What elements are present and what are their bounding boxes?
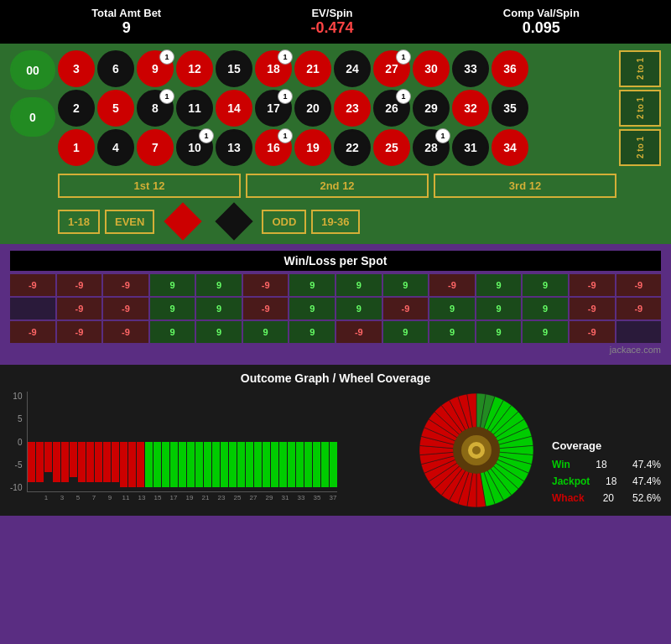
dozen-3rd[interactable]: 3rd 12 (434, 174, 616, 198)
cell-19[interactable]: 19 (294, 129, 331, 166)
wl-cell: -9 (57, 298, 102, 319)
x-label: 7 (86, 494, 101, 501)
cell-29[interactable]: 29 (413, 90, 450, 127)
cell-22[interactable]: 22 (334, 129, 371, 166)
cell-10[interactable]: 101 (176, 129, 213, 166)
bar-negative (120, 442, 127, 487)
total-amt-bet-value: 9 (91, 19, 161, 37)
bar-negative (53, 442, 60, 482)
wl-cell: 9 (150, 274, 195, 296)
cell-13[interactable]: 13 (216, 129, 252, 166)
cell-28[interactable]: 281 (413, 129, 450, 166)
cell-00[interactable]: 00 (10, 50, 55, 90)
cell-2[interactable]: 2 (58, 90, 95, 127)
bar-positive (145, 442, 153, 487)
cell-27[interactable]: 271 (373, 50, 410, 87)
diamond-red-container[interactable] (159, 205, 205, 237)
y-label-n10: -10 (10, 483, 22, 492)
cell-21[interactable]: 21 (294, 50, 331, 87)
wl-cell: 9 (476, 321, 522, 343)
bet-19-36[interactable]: 19-36 (311, 210, 359, 234)
cell-31[interactable]: 31 (452, 129, 489, 166)
bar-item (53, 392, 60, 492)
cell-0[interactable]: 0 (10, 97, 55, 137)
wl-cell: 9 (336, 298, 382, 319)
side-bets-column: 2 to 1 2 to 1 2 to 1 (619, 50, 661, 166)
wl-cell: 9 (289, 298, 335, 319)
cell-14[interactable]: 14 (216, 90, 252, 127)
wl-cell: -9 (429, 274, 475, 296)
cell-6[interactable]: 6 (97, 50, 134, 87)
coverage-jackpot-pct: 47.4% (632, 475, 661, 487)
x-label: 23 (214, 494, 229, 501)
diamond-black-container[interactable] (211, 205, 257, 237)
bar-item (296, 392, 304, 492)
cell-4[interactable]: 4 (97, 129, 134, 166)
cell-18[interactable]: 181 (255, 50, 292, 87)
wl-cell: 9 (429, 321, 475, 343)
bar-positive (279, 442, 287, 487)
bar-positive (187, 442, 195, 487)
cell-26[interactable]: 261 (373, 90, 410, 127)
cell-15[interactable]: 15 (216, 50, 252, 87)
x-label: 13 (134, 494, 149, 501)
x-label: 29 (262, 494, 277, 501)
cell-23[interactable]: 23 (334, 90, 371, 127)
side-bet-bot[interactable]: 2 to 1 (619, 129, 661, 166)
x-label: 1 (39, 494, 54, 501)
cell-32[interactable]: 32 (452, 90, 489, 127)
x-axis-labels: 135791113151719212325272931333537 (39, 494, 401, 501)
dozen-1st[interactable]: 1st 12 (58, 174, 241, 198)
x-label: 21 (198, 494, 213, 501)
bar-item (279, 392, 287, 492)
row-bot: 1 4 7 101 13 161 19 22 25 281 31 34 (58, 129, 616, 166)
bet-even[interactable]: EVEN (105, 210, 154, 234)
winloss-title: Win/Loss per Spot (10, 251, 661, 271)
wl-cell: 9 (336, 274, 382, 296)
wl-cell: 9 (523, 321, 568, 343)
coverage-whack-row: Whack 20 52.6% (552, 492, 661, 504)
header: Total Amt Bet 9 EV/Spin -0.474 Comp Val/… (0, 0, 671, 44)
wl-cell: -9 (243, 274, 289, 296)
cell-9[interactable]: 91 (137, 50, 174, 87)
bet-1-18[interactable]: 1-18 (58, 210, 100, 234)
bar-positive (330, 442, 337, 487)
x-label: 11 (118, 494, 133, 501)
cell-16[interactable]: 161 (255, 129, 292, 166)
cell-33[interactable]: 33 (452, 50, 489, 87)
x-label: 33 (294, 494, 309, 501)
dozen-2nd[interactable]: 2nd 12 (246, 174, 429, 198)
cell-1[interactable]: 1 (58, 129, 95, 166)
cell-35[interactable]: 35 (492, 90, 528, 127)
bar-item (221, 392, 228, 492)
coverage-win-num: 18 (596, 459, 606, 470)
cell-25[interactable]: 25 (373, 129, 410, 166)
bar-item (170, 392, 178, 492)
cell-20[interactable]: 20 (294, 90, 331, 127)
wl-cell: 9 (150, 321, 195, 343)
bet-odd[interactable]: ODD (262, 210, 306, 234)
side-bet-top[interactable]: 2 to 1 (619, 50, 661, 87)
cell-8[interactable]: 81 (137, 90, 174, 127)
cell-17[interactable]: 171 (255, 90, 292, 127)
cell-7[interactable]: 7 (137, 129, 174, 166)
wl-cell: 9 (289, 274, 335, 296)
bar-item (204, 392, 211, 492)
cell-5[interactable]: 5 (97, 90, 134, 127)
wheel-hub-inner (472, 446, 481, 454)
cell-3[interactable]: 3 (58, 50, 95, 87)
bar-item (78, 392, 86, 492)
cell-11[interactable]: 11 (176, 90, 213, 127)
cell-12[interactable]: 12 (176, 50, 213, 87)
cell-34[interactable]: 34 (492, 129, 528, 166)
bar-item (86, 392, 94, 492)
coverage-title: Coverage (552, 439, 661, 452)
wl-cell-empty (616, 321, 662, 343)
cell-30[interactable]: 30 (413, 50, 450, 87)
bar-item (229, 392, 237, 492)
side-bet-mid[interactable]: 2 to 1 (619, 90, 661, 127)
cell-36[interactable]: 36 (492, 50, 528, 87)
dozens-row: 1st 12 2nd 12 3rd 12 (58, 174, 616, 198)
diamond-red-icon (164, 202, 201, 240)
cell-24[interactable]: 24 (334, 50, 371, 87)
